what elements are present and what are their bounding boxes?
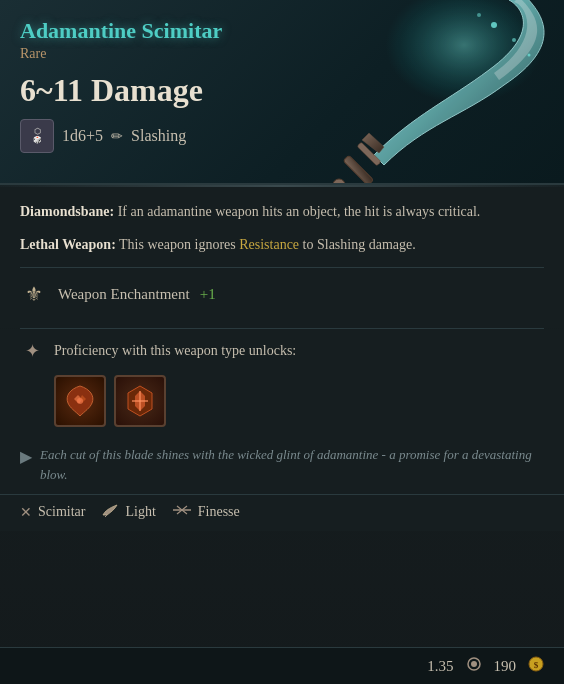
proficiency-header: ✦ Proficiency with this weapon type unlo…: [20, 339, 544, 363]
header-area: Adamantine Scimitar Rare 6~11 Damage ⬡ 🎲…: [0, 0, 564, 185]
dice-value: 1d6+5: [62, 127, 103, 145]
proficiency-icon: ✦: [20, 339, 44, 363]
lethal-desc: This weapon ignores: [119, 237, 239, 252]
damage-type: Slashing: [131, 127, 186, 145]
diamondsbane-desc: If an adamantine weapon hits an object, …: [118, 204, 481, 219]
lethal-property: Lethal Weapon: This weapon ignores Resis…: [20, 234, 544, 255]
weight-icon: [466, 656, 482, 676]
lore-text: Each cut of this blade shines with the w…: [40, 447, 532, 482]
tag-light: Light: [101, 503, 155, 521]
finesse-icon: [172, 503, 192, 521]
feather-icon: [101, 503, 119, 521]
item-stats: ⬡ 🎲 1d6+5 ✏ Slashing: [20, 119, 544, 153]
gold-value: 190: [494, 658, 517, 675]
tag-scimitar-label: Scimitar: [38, 504, 85, 520]
svg-point-6: [477, 13, 481, 17]
properties-area: Diamondsbane: If an adamantine weapon hi…: [0, 187, 564, 328]
item-damage: 6~11 Damage: [20, 72, 544, 109]
diamondsbane-property: Diamondsbane: If an adamantine weapon hi…: [20, 201, 544, 222]
gold-icon: $: [528, 656, 544, 676]
enchantment-bonus: +1: [200, 286, 216, 303]
lore-icon: ▶: [20, 447, 32, 466]
item-rarity: Rare: [20, 46, 544, 62]
proficiency-area: ✦ Proficiency with this weapon type unlo…: [0, 329, 564, 437]
svg-text:$: $: [534, 660, 539, 670]
tag-scimitar: ✕ Scimitar: [20, 504, 85, 521]
ability-icon-1[interactable]: [54, 375, 106, 427]
lore-area: ▶ Each cut of this blade shines with the…: [0, 437, 564, 494]
svg-point-8: [77, 398, 83, 404]
prof-abilities: [54, 375, 544, 427]
tag-finesse: Finesse: [172, 503, 240, 521]
scimitar-icon: ✕: [20, 504, 32, 521]
tags-area: ✕ Scimitar Light Finesse: [0, 494, 564, 531]
item-name: Adamantine Scimitar: [20, 18, 544, 44]
enchantment-label: Weapon Enchantment: [58, 286, 190, 303]
lethal-end: to Slashing damage.: [299, 237, 416, 252]
props-divider: [20, 267, 544, 268]
ability-icon-2[interactable]: [114, 375, 166, 427]
tag-finesse-label: Finesse: [198, 504, 240, 520]
dice-icon: ⬡ 🎲: [20, 119, 54, 153]
proficiency-label: Proficiency with this weapon type unlock…: [54, 343, 296, 359]
slash-icon: ✏: [111, 128, 123, 145]
svg-rect-2: [343, 155, 373, 185]
lethal-link[interactable]: Resistance: [239, 237, 299, 252]
diamondsbane-name: Diamondsbane:: [20, 204, 114, 219]
enchantment-icon: ⚜: [20, 280, 48, 308]
footer-area: 1.35 190 $: [0, 647, 564, 684]
enchantment-row: ⚜ Weapon Enchantment +1: [20, 274, 544, 318]
tag-light-label: Light: [125, 504, 155, 520]
svg-point-13: [471, 661, 477, 667]
svg-point-3: [333, 179, 345, 185]
weight-value: 1.35: [427, 658, 453, 675]
item-card: Adamantine Scimitar Rare 6~11 Damage ⬡ 🎲…: [0, 0, 564, 684]
lethal-name: Lethal Weapon:: [20, 237, 116, 252]
